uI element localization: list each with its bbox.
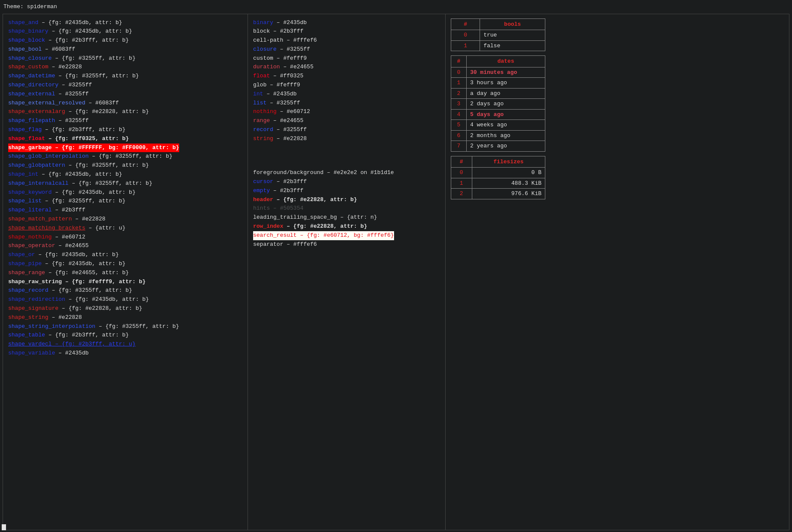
list-item: shape_keyword – {fg: #2435db, attr: b}: [8, 188, 242, 197]
dates-idx-4: 4: [451, 109, 467, 120]
left-column: shape_and – {fg: #2435db, attr: b} shape…: [3, 14, 248, 530]
dates-idx-1: 1: [451, 78, 467, 89]
list-item: range – #e24655: [253, 116, 440, 125]
list-item: shape_list – {fg: #3255ff, attr: b}: [8, 197, 242, 206]
list-item: custom – #fefff9: [253, 54, 440, 63]
list-item: shape_glob_interpolation – {fg: #3255ff,…: [8, 152, 242, 161]
list-item: shape_matching_brackets – {attr: u}: [8, 224, 242, 233]
bools-idx-1: 1: [451, 40, 480, 51]
list-item: shape_filepath – #3255ff: [8, 116, 242, 125]
list-item: shape_int – {fg: #2435db, attr: b}: [8, 170, 242, 179]
list-item: foreground/background – #e2e2e2 on #1b1d…: [253, 168, 440, 177]
title-text: Theme: spiderman: [3, 3, 57, 10]
list-item: shape_directory – #3255ff: [8, 81, 242, 90]
dates-val-5: 4 weeks ago: [466, 120, 545, 131]
list-item: glob – #fefff9: [253, 81, 440, 90]
table-row: 4 5 days ago: [451, 109, 545, 120]
table-row: 6 2 months ago: [451, 130, 545, 141]
list-item: shape_operator – #e24655: [8, 242, 242, 251]
list-item: float – #ff0325: [253, 72, 440, 81]
list-item: shape_custom – #e22828: [8, 63, 242, 72]
dates-val-4: 5 days ago: [466, 109, 545, 120]
table-row: 5 4 weeks ago: [451, 120, 545, 131]
list-item: string – #e22828: [253, 135, 440, 144]
table-row: 1 488.3 KiB: [451, 178, 545, 189]
list-item: shape_raw_string – {fg: #fefff9, attr: b…: [8, 278, 242, 287]
list-item: shape_internalcall – {fg: #3255ff, attr:…: [8, 179, 242, 188]
dates-col-hash: #: [451, 56, 467, 67]
title-bar: Theme: spiderman: [3, 3, 789, 11]
table-row: 7 2 years ago: [451, 141, 545, 152]
table-row: 3 2 days ago: [451, 99, 545, 110]
dates-col-header: dates: [466, 56, 545, 67]
list-item: block – #2b3fff: [253, 27, 440, 36]
bools-col-header: bools: [480, 18, 545, 30]
list-item: shape_range – {fg: #e24655, attr: b}: [8, 269, 242, 278]
list-item: nothing – #e60712: [253, 107, 440, 116]
list-item: shape_float – {fg: #ff0325, attr: b}: [8, 135, 242, 144]
table-row: 2 a day ago: [451, 88, 545, 99]
list-item: shape_or – {fg: #2435db, attr: b}: [8, 251, 242, 260]
dates-val-3: 2 days ago: [466, 99, 545, 110]
main-container: shape_and – {fg: #2435db, attr: b} shape…: [3, 14, 789, 530]
dates-val-2: a day ago: [466, 88, 545, 99]
list-item: list – #3255ff: [253, 99, 440, 108]
list-item: separator – #fffef6: [253, 240, 440, 249]
list-item: shape_string – #e22828: [8, 313, 242, 322]
list-item: shape_datetime – {fg: #3255ff, attr: b}: [8, 72, 242, 81]
list-item: header – {fg: #e22828, attr: b}: [253, 196, 440, 205]
table-row: 0 0 B: [451, 168, 545, 178]
list-item: duration – #e24655: [253, 63, 440, 72]
bools-table: # bools 0 true 1 false: [451, 18, 545, 52]
list-item: shape_bool – #6083ff: [8, 45, 242, 54]
list-item: shape_signature – {fg: #e22828, attr: b}: [8, 304, 242, 313]
right-column: # bools 0 true 1 false # dates: [446, 14, 789, 530]
filesizes-col-hash: #: [451, 156, 472, 168]
bools-val-1: false: [480, 40, 545, 51]
bools-val-0: true: [480, 30, 545, 41]
table-row: 0 true: [451, 30, 545, 41]
table-row: 1 false: [451, 40, 545, 51]
table-row: 1 3 hours ago: [451, 78, 545, 89]
list-item: closure – #3255ff: [253, 45, 440, 54]
dates-idx-7: 7: [451, 141, 467, 152]
filesizes-col-header: filesizes: [472, 156, 545, 168]
list-item: shape_flag – {fg: #2b3fff, attr: b}: [8, 125, 242, 135]
bools-idx-0: 0: [451, 30, 480, 41]
list-item: shape_binary – {fg: #2435db, attr: b}: [8, 27, 242, 36]
list-item: shape_block – {fg: #2b3fff, attr: b}: [8, 36, 242, 45]
list-item: shape_external_resolved – #6083ff: [8, 99, 242, 108]
dates-idx-0: 0: [451, 67, 467, 78]
dates-idx-6: 6: [451, 130, 467, 141]
dates-idx-2: 2: [451, 88, 467, 99]
list-item: shape_table – {fg: #2b3fff, attr: b}: [8, 331, 242, 340]
dates-val-1: 3 hours ago: [466, 78, 545, 89]
list-item: shape_external – #3255ff: [8, 90, 242, 99]
list-item: hints – #505354: [253, 204, 440, 213]
list-item: shape_closure – {fg: #3255ff, attr: b}: [8, 54, 242, 63]
list-item: shape_match_pattern – #e22828: [8, 215, 242, 224]
list-item: leading_trailing_space_bg – {attr: n}: [253, 213, 440, 222]
table-row: 2 976.6 KiB: [451, 189, 545, 199]
list-item: shape_nothing – #e60712: [8, 233, 242, 242]
list-item: shape_and – {fg: #2435db, attr: b}: [8, 18, 242, 28]
list-item-garbage: shape_garbage – {fg: #FFFFFF, bg: #FF000…: [8, 144, 242, 153]
list-item: record – #3255ff: [253, 125, 440, 135]
dates-idx-5: 5: [451, 120, 467, 131]
filesizes-idx-2: 2: [451, 189, 472, 199]
cursor-indicator: [2, 524, 6, 530]
list-item-search-result: search_result – {fg: #e60712, bg: #fffef…: [253, 231, 440, 240]
list-item: empty – #2b3fff: [253, 187, 440, 196]
middle-column: binary – #2435db block – #2b3fff cell-pa…: [248, 14, 446, 530]
list-item: shape_variable – #2435db: [8, 349, 242, 358]
filesizes-val-2: 976.6 KiB: [472, 189, 545, 199]
filesizes-idx-1: 1: [451, 178, 472, 189]
filesizes-idx-0: 0: [451, 168, 472, 178]
filesizes-val-0: 0 B: [472, 168, 545, 178]
list-item: cursor – #2b3fff: [253, 177, 440, 187]
list-item: binary – #2435db: [253, 18, 440, 28]
dates-val-6: 2 months ago: [466, 130, 545, 141]
table-row: 0 30 minutes ago: [451, 67, 545, 78]
list-item: shape_redirection – {fg: #2435db, attr: …: [8, 295, 242, 304]
dates-table: # dates 0 30 minutes ago 1 3 hours ago 2…: [451, 55, 545, 152]
